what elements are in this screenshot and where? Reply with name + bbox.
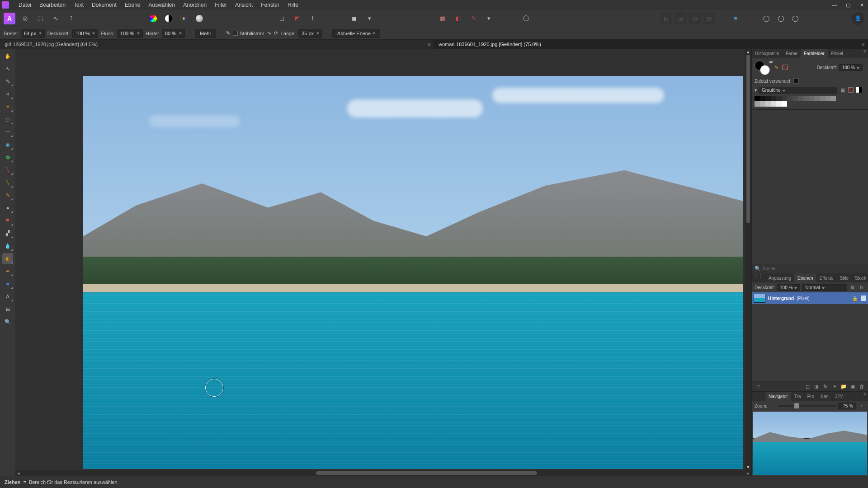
navigator-preview[interactable] <box>753 412 867 475</box>
hardness-field[interactable]: 80 % <box>162 29 185 38</box>
nav-panel-handle-icon[interactable]: ⋮⋮ <box>752 392 764 401</box>
pencil-tool-icon[interactable]: ✎ <box>2 190 13 201</box>
palette-bw-icon[interactable] <box>855 86 863 94</box>
tab-farbe[interactable]: Farbe <box>783 49 801 58</box>
lasso-tool-icon[interactable]: 〰 <box>2 127 13 137</box>
eraser-tool-icon[interactable]: ▞ <box>2 228 13 239</box>
tab-histogramm[interactable]: Histogramm <box>752 49 783 58</box>
menu-anordnen[interactable]: Anordnen <box>179 2 211 8</box>
selection-text-icon[interactable]: I <box>307 13 318 24</box>
window-maximize-button[interactable]: ▢ <box>844 1 853 9</box>
layer-fx-icon[interactable]: fx <box>858 284 865 291</box>
brush-red-tool-icon[interactable]: ╲ <box>2 164 13 175</box>
palette-dropdown-icon[interactable]: ▾ <box>755 88 757 93</box>
menu-fenster[interactable]: Fenster <box>257 2 283 8</box>
pen-tool-icon[interactable]: ✒ <box>2 266 13 277</box>
account-avatar-icon[interactable]: 👤 <box>852 12 864 25</box>
adjustment-icon[interactable]: ◑ <box>813 383 820 390</box>
palette-add-icon[interactable] <box>848 87 854 93</box>
tab-ebenen[interactable]: Ebenen <box>794 273 816 282</box>
stabilizer-checkbox[interactable]: Stabilisator <box>233 31 264 36</box>
inpainting-tool-icon[interactable]: ◐ <box>2 253 13 264</box>
menu-hilfe[interactable]: Hilfe <box>283 2 302 8</box>
menu-auswaehlen[interactable]: Auswählen <box>144 2 179 8</box>
clone-tool-icon[interactable]: ⚑ <box>2 215 13 226</box>
palette-select[interactable]: Grautöne <box>759 87 837 94</box>
text-tool-icon[interactable]: A <box>2 291 13 302</box>
window-minimize-button[interactable]: — <box>830 1 839 9</box>
rope-mode-icon[interactable]: ∿ <box>267 30 271 36</box>
pressure-icon[interactable]: ✎ <box>226 30 230 36</box>
width-field[interactable]: 64 px <box>21 29 45 38</box>
menu-text[interactable]: Text <box>70 2 88 8</box>
layer-visible-checkbox[interactable]: ✓ <box>861 296 866 301</box>
selection-rect-icon[interactable]: ◻ <box>276 13 288 24</box>
target-layer-dropdown[interactable]: Aktuelle Ebene <box>332 29 380 38</box>
palette-grid-icon[interactable]: ▦ <box>839 86 846 94</box>
document-tab-1-close-icon[interactable]: × <box>427 41 431 48</box>
dodge-tool-icon[interactable]: ● <box>2 202 13 213</box>
horizontal-scrollbar[interactable]: ◂▸ <box>15 470 751 476</box>
mask-icon[interactable]: ◻ <box>804 383 811 390</box>
menu-dokument[interactable]: Dokument <box>88 2 121 8</box>
tab-pinsel[interactable]: Pinsel <box>828 49 846 58</box>
tab-effekte[interactable]: Effekte <box>816 273 837 282</box>
document-canvas[interactable] <box>83 76 743 469</box>
recent-swatch[interactable] <box>793 78 799 84</box>
persona-liquify-icon[interactable]: ◎ <box>19 13 31 24</box>
window-mode-icon[interactable]: ⟳ <box>274 30 278 36</box>
tab-anpassung[interactable]: Anpassung <box>765 273 794 282</box>
layer-opacity-field[interactable]: 100 % <box>777 284 800 291</box>
color-ring-icon[interactable] <box>178 13 190 24</box>
tab-32v[interactable]: 32V <box>832 392 846 401</box>
marquee-tool-icon[interactable]: ◌ <box>2 114 13 125</box>
eyedropper-icon[interactable]: ✎ <box>774 65 778 70</box>
sphere-icon[interactable] <box>193 13 205 24</box>
grid-view-icon[interactable]: ▦ <box>437 13 448 24</box>
persona-develop-icon[interactable]: ⬚ <box>34 13 46 24</box>
document-tab-1[interactable]: girl-1869532_1920.jpg [Geändert] (64.5%)… <box>0 40 434 49</box>
nav-panel-menu-icon[interactable]: ≡ <box>862 392 868 401</box>
panel-menu-icon[interactable]: ≡ <box>862 49 868 58</box>
zoom-in-icon[interactable]: + <box>858 402 865 409</box>
quickmask-dropdown-icon[interactable]: ▾ <box>363 13 375 24</box>
tab-stock[interactable]: Stock <box>852 273 868 282</box>
menu-bearbeiten[interactable]: Bearbeiten <box>35 2 70 8</box>
paint-tool-icon[interactable]: ✿ <box>2 152 13 163</box>
menu-ebene[interactable]: Ebene <box>121 2 145 8</box>
cloud-2-icon[interactable]: ◯ <box>775 13 787 24</box>
more-button[interactable]: Mehr <box>195 29 216 38</box>
fx-add-icon[interactable]: fx <box>822 383 829 390</box>
grayscale-icon[interactable] <box>163 13 175 24</box>
swatch-row-dark[interactable] <box>755 96 865 101</box>
window-close-button[interactable]: ✕ <box>857 1 866 9</box>
group-icon[interactable]: 📁 <box>840 383 847 390</box>
swatch-row-light[interactable] <box>755 101 865 107</box>
zoom-slider[interactable] <box>778 405 836 407</box>
opacity-field[interactable]: 100 % <box>72 29 98 38</box>
selection-cross-icon[interactable]: ◩ <box>291 13 303 24</box>
none-swatch-icon[interactable] <box>782 65 788 70</box>
layer-lock-icon[interactable]: 🔒 <box>852 295 858 301</box>
tab-farbfelder[interactable]: Farbfelder <box>801 49 828 58</box>
document-tab-2-close-icon[interactable]: × <box>861 41 865 48</box>
tab-navigator[interactable]: Navigator <box>765 392 791 401</box>
split-view-icon[interactable]: ◧ <box>452 13 464 24</box>
layers-search[interactable]: 🔍 <box>752 264 868 273</box>
move-tool-icon[interactable]: ↖ <box>2 63 13 74</box>
zoom-tool-icon[interactable]: 🔍 <box>2 316 13 327</box>
flow-field[interactable]: 100 % <box>117 29 143 38</box>
layers-mode-icon[interactable]: ≣ <box>755 383 762 390</box>
length-field[interactable]: 35 px <box>298 29 322 38</box>
persona-tone-icon[interactable]: ∿ <box>50 13 61 24</box>
quickmask-icon[interactable]: ◼ <box>348 13 360 24</box>
live-filter-icon[interactable]: ✶ <box>831 383 838 390</box>
tab-kan[interactable]: Kan <box>817 392 832 401</box>
selection-brush-tool-icon[interactable]: ✴ <box>2 101 13 112</box>
tab-pro[interactable]: Pro <box>804 392 817 401</box>
swap-colors-icon[interactable]: ⇄ <box>769 60 773 65</box>
add-layer-icon[interactable]: ▣ <box>849 383 856 390</box>
menu-ansicht[interactable]: Ansicht <box>231 2 257 8</box>
info-icon[interactable]: ⓘ <box>520 13 532 24</box>
align-icon[interactable]: ≡ <box>730 13 741 24</box>
